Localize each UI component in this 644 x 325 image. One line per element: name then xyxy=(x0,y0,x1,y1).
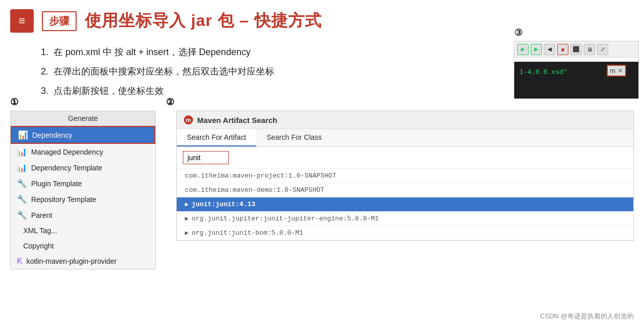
maven-panel-header: m Maven Artifact Search xyxy=(177,111,633,129)
result-row-3[interactable]: ▶junit:junit:4.13 xyxy=(177,197,633,212)
code-text: 1-4.0.0.xsd" xyxy=(519,68,567,76)
annotation-1: ① xyxy=(10,96,18,108)
tab-search-artifact[interactable]: Search For Artifact xyxy=(177,129,256,146)
menu-item-dependency[interactable]: 📊 Dependency xyxy=(11,126,155,144)
menu-item-managed-dependency[interactable]: 📊 Managed Dependency xyxy=(11,144,155,160)
toolbar-btn-2[interactable]: ▶ xyxy=(531,44,542,55)
menu-item-repository-template[interactable]: 🔧 Repository Template xyxy=(11,191,155,207)
menu-item-xml-tag[interactable]: · XML Tag... xyxy=(11,223,155,238)
plugin-icon-2: 🔧 xyxy=(17,194,27,204)
generate-panel-header: Generate xyxy=(11,111,155,126)
toolbar-btn-4[interactable]: ■ xyxy=(557,44,568,55)
menu-item-copyright[interactable]: · Copyright xyxy=(11,238,155,254)
menu-item-kotlin[interactable]: K kotlin-maven-plugin-provider xyxy=(11,254,155,269)
result-row-2[interactable]: com.itheima:maven-demo:1.0-SNAPSHOT xyxy=(177,183,633,197)
toolbar-btn-7[interactable]: ⤢ xyxy=(597,44,608,55)
main-bottom: ① Generate 📊 Dependency 📊 Managed Depend… xyxy=(0,111,644,269)
plugin-icon-3: 🔧 xyxy=(17,210,27,220)
maven-small-icon: m xyxy=(610,67,615,74)
menu-item-parent[interactable]: 🔧 Parent xyxy=(11,207,155,223)
close-icon[interactable]: ✕ xyxy=(617,67,623,74)
toolbar-btn-5[interactable]: ⬛ xyxy=(570,44,582,55)
header-label: 步骤 xyxy=(42,11,77,31)
result-row-1[interactable]: com.itheima:maven-project:1.0-SNAPSHOT xyxy=(177,169,633,183)
xml-icon: · xyxy=(17,226,19,235)
maven-search-input[interactable] xyxy=(183,151,229,164)
maven-tabs: Search For Artifact Search For Class xyxy=(177,129,633,147)
annotation-3: ③ xyxy=(514,27,623,38)
maven-title: Maven Artifact Search xyxy=(197,116,277,124)
maven-results: com.itheima:maven-project:1.0-SNAPSHOT c… xyxy=(177,169,633,240)
maven-logo: m xyxy=(184,115,193,124)
code-panel: ③ ▶ ▶ ◀ ■ ⬛ 🖥 ⤢ 1-4.0.0.xsd" m ✕ xyxy=(514,41,639,99)
copyright-icon: · xyxy=(17,241,19,251)
toolbar-row: ▶ ▶ ◀ ■ ⬛ 🖥 ⤢ xyxy=(514,41,638,58)
watermark: CSDN @奇迹是执着的人创造的 xyxy=(540,312,634,321)
page-title: 使用坐标导入 jar 包 – 快捷方式 xyxy=(85,10,322,32)
toolbar-btn-6[interactable]: 🖥 xyxy=(584,44,595,55)
plugin-icon-1: 🔧 xyxy=(17,179,27,188)
result-row-4[interactable]: ▶org.junit.jupiter:junit-jupiter-engine:… xyxy=(177,212,633,226)
inline-icon-box: m ✕ xyxy=(607,65,626,77)
bar-chart-icon: 📊 xyxy=(18,130,28,140)
maven-panel-wrapper: ② m Maven Artifact Search Search For Art… xyxy=(166,111,634,269)
generate-panel: Generate 📊 Dependency 📊 Managed Dependen… xyxy=(10,111,156,269)
menu-item-plugin-template[interactable]: 🔧 Plugin Template xyxy=(11,176,155,191)
bar-chart-icon-3: 📊 xyxy=(17,163,27,172)
tab-search-class[interactable]: Search For Class xyxy=(256,129,332,146)
menu-item-dependency-template[interactable]: 📊 Dependency Template xyxy=(11,160,155,176)
toolbar-btn-1[interactable]: ▶ xyxy=(517,44,529,55)
annotation-2: ② xyxy=(166,96,174,108)
maven-panel: m Maven Artifact Search Search For Artif… xyxy=(176,111,634,241)
kotlin-icon: K xyxy=(17,257,22,266)
header-icon: ≡ xyxy=(10,9,34,33)
maven-search-row xyxy=(177,147,633,169)
bar-chart-icon-2: 📊 xyxy=(17,147,27,157)
result-row-5[interactable]: ▶org.junit:junit-bom:5.8.0-M1 xyxy=(177,226,633,240)
toolbar-btn-3[interactable]: ◀ xyxy=(544,44,555,55)
